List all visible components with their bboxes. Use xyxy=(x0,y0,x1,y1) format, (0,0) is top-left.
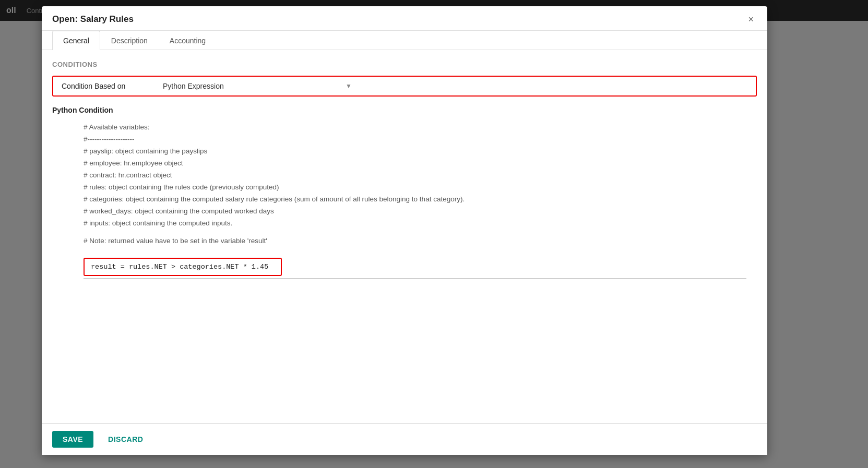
condition-based-on-label: Condition Based on xyxy=(53,79,158,93)
tab-description[interactable]: Description xyxy=(100,31,159,50)
discard-button[interactable]: DISCARD xyxy=(102,431,149,448)
modal-close-button[interactable]: × xyxy=(745,14,757,25)
condition-select-wrapper: None Range Python Expression ▼ xyxy=(158,79,356,93)
code-line-6: # rules: object containing the rules cod… xyxy=(84,182,757,194)
salary-rules-modal: Open: Salary Rules × General Description… xyxy=(42,6,767,455)
expression-wrap: result = rules.NET > categories.NET * 1.… xyxy=(84,258,746,279)
tab-general[interactable]: General xyxy=(52,31,100,50)
code-line-3: # payslip: object containing the payslip… xyxy=(84,146,757,158)
code-line-9: # inputs: object containing the computed… xyxy=(84,218,757,230)
code-line-10: # Note: returned value have to be set in… xyxy=(84,235,757,247)
code-line-5: # contract: hr.contract object xyxy=(84,170,757,182)
condition-based-on-select[interactable]: None Range Python Expression xyxy=(158,79,356,93)
expression-input-box[interactable]: result = rules.NET > categories.NET * 1.… xyxy=(84,258,282,276)
modal-header: Open: Salary Rules × xyxy=(42,6,767,31)
code-line-2: #-------------------- xyxy=(84,134,757,146)
tabs-bar: General Description Accounting xyxy=(42,31,767,50)
modal-title: Open: Salary Rules xyxy=(52,14,134,25)
condition-based-on-row: Condition Based on None Range Python Exp… xyxy=(52,76,757,97)
modal-footer: SAVE DISCARD xyxy=(42,423,767,455)
code-line-7: # categories: object containing the comp… xyxy=(84,194,757,206)
code-line-4: # employee: hr.employee object xyxy=(84,158,757,170)
code-line-8: # worked_days: object containing the com… xyxy=(84,206,757,218)
save-button[interactable]: SAVE xyxy=(52,431,93,448)
python-code-block: # Available variables: #----------------… xyxy=(52,122,757,247)
expression-value: result = rules.NET > categories.NET * 1.… xyxy=(91,263,268,271)
conditions-section-label: Conditions xyxy=(52,61,757,68)
code-spacer-1 xyxy=(84,229,757,235)
body-spacer-bottom xyxy=(52,279,757,299)
code-line-1: # Available variables: xyxy=(84,122,757,134)
modal-body: Conditions Condition Based on None Range… xyxy=(42,50,767,423)
python-condition-label: Python Condition xyxy=(52,106,757,114)
tab-accounting[interactable]: Accounting xyxy=(159,31,217,50)
